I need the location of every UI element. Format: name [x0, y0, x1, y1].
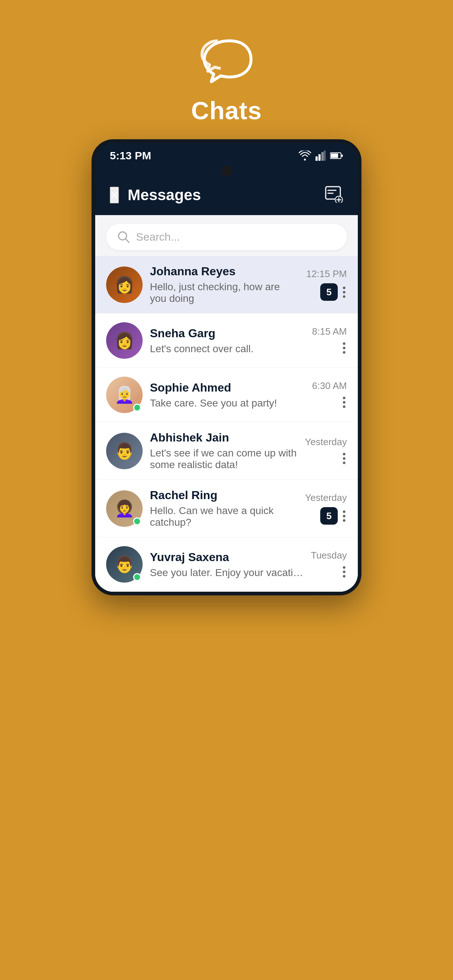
chat-name: Johanna Reyes — [150, 265, 299, 278]
chat-item[interactable]: 👩‍🦱 Rachel Ring Hello. Can we have a qui… — [95, 480, 358, 538]
more-dot — [343, 351, 345, 354]
more-dot — [343, 461, 345, 464]
chat-meta: Yesterday 5 — [305, 492, 347, 525]
nav-title: Messages — [128, 186, 201, 204]
chat-actions: 5 — [320, 507, 347, 525]
avatar-container: 👩‍🦳 — [106, 377, 143, 413]
chat-meta: 12:15 PM 5 — [306, 268, 347, 301]
wifi-icon — [299, 151, 311, 161]
more-dot — [343, 295, 345, 298]
svg-rect-0 — [316, 156, 318, 161]
chat-preview: Hello. Can we have a quick catchup? — [150, 505, 298, 528]
online-indicator — [133, 573, 141, 581]
more-dot — [343, 342, 345, 345]
avatar-container: 👩 — [106, 267, 143, 303]
avatar-container: 👨 — [106, 433, 143, 469]
svg-rect-6 — [341, 154, 343, 157]
more-button[interactable] — [341, 395, 347, 409]
search-input[interactable]: Search... — [136, 231, 336, 243]
chat-preview: Let's see if we can come up with some re… — [150, 447, 298, 471]
more-button[interactable] — [341, 565, 347, 579]
chat-actions — [341, 341, 347, 355]
status-icons — [299, 151, 343, 161]
close-button[interactable]: × — [110, 187, 119, 204]
more-dot — [343, 397, 345, 399]
chat-info: Abhishek Jain Let's see if we can come u… — [150, 431, 298, 471]
svg-rect-3 — [324, 151, 326, 161]
chat-info: Johanna Reyes Hello, just checking, how … — [150, 265, 299, 304]
svg-rect-5 — [331, 153, 338, 158]
status-bar: 5:13 PM — [95, 143, 358, 165]
chat-time: 6:30 AM — [312, 380, 347, 391]
more-dot — [343, 575, 345, 578]
chat-time: Tuesday — [311, 550, 347, 561]
online-indicator — [133, 404, 141, 412]
more-dot — [343, 406, 345, 408]
chat-actions — [341, 395, 347, 409]
chat-name: Yuvraj Saxena — [150, 550, 303, 564]
search-bar[interactable]: Search... — [106, 224, 347, 250]
chat-list: 👩 Johanna Reyes Hello, just checking, ho… — [95, 256, 358, 592]
avatar: 👩 — [106, 322, 143, 359]
more-button[interactable] — [341, 451, 347, 466]
chat-name: Abhishek Jain — [150, 431, 298, 444]
avatar-container: 👩 — [106, 322, 143, 359]
chat-meta: 6:30 AM — [312, 380, 347, 409]
compose-button[interactable] — [325, 186, 343, 204]
chat-preview: See you later. Enjoy your vacation. — [150, 567, 303, 579]
svg-rect-1 — [318, 154, 321, 161]
chat-item[interactable]: 👩 Johanna Reyes Hello, just checking, ho… — [95, 256, 358, 313]
chat-name: Rachel Ring — [150, 488, 298, 502]
more-dot — [343, 571, 345, 573]
more-dot — [343, 519, 345, 522]
app-title: Chats — [191, 96, 262, 125]
more-dot — [343, 566, 345, 569]
chat-time: 12:15 PM — [306, 268, 347, 280]
avatar: 👩 — [106, 267, 143, 303]
avatar-container: 👩‍🦱 — [106, 490, 143, 527]
more-dot — [343, 291, 345, 293]
chat-actions: 5 — [320, 283, 347, 301]
chat-item[interactable]: 👩 Sneha Garg Let's connect over call. 8:… — [95, 313, 358, 368]
avatar: 👨 — [106, 433, 143, 469]
camera-dot — [222, 165, 231, 176]
more-button[interactable] — [341, 285, 347, 299]
more-dot — [343, 401, 345, 404]
more-dot — [343, 457, 345, 460]
status-time: 5:13 PM — [110, 150, 151, 162]
more-button[interactable] — [341, 509, 347, 523]
signal-icon — [316, 151, 326, 161]
more-dot — [343, 511, 345, 513]
content-area: Search... 👩 Johanna Reyes Hello, just ch… — [95, 215, 358, 592]
chat-meta: Tuesday — [311, 550, 347, 579]
chat-time: Yesterday — [305, 492, 347, 503]
chat-meta: 8:15 AM — [312, 326, 347, 355]
chat-name: Sneha Garg — [150, 327, 305, 340]
chat-item[interactable]: 👨 Yuvraj Saxena See you later. Enjoy you… — [95, 538, 358, 592]
online-indicator — [133, 517, 141, 525]
chat-time: 8:15 AM — [312, 326, 347, 337]
more-dot — [343, 515, 345, 517]
more-button[interactable] — [341, 341, 347, 355]
chat-item[interactable]: 👨 Abhishek Jain Let's see if we can come… — [95, 422, 358, 480]
chat-info: Sneha Garg Let's connect over call. — [150, 327, 305, 355]
chat-preview: Take care. See you at party! — [150, 398, 305, 409]
chat-name: Sophie Ahmed — [150, 381, 305, 395]
search-container: Search... — [95, 215, 358, 256]
more-dot — [343, 453, 345, 455]
search-icon — [117, 231, 130, 243]
phone-mockup: 5:13 PM — [91, 139, 362, 595]
chat-preview: Hello, just checking, how are you doing — [150, 281, 299, 304]
battery-icon — [330, 152, 343, 159]
more-dot — [343, 347, 345, 349]
chat-actions — [341, 565, 347, 579]
unread-badge: 5 — [320, 283, 338, 301]
chat-item[interactable]: 👩‍🦳 Sophie Ahmed Take care. See you at p… — [95, 368, 358, 422]
chat-time: Yesterday — [305, 436, 347, 448]
svg-line-12 — [126, 239, 129, 242]
svg-rect-2 — [321, 152, 324, 161]
chat-info: Rachel Ring Hello. Can we have a quick c… — [150, 488, 298, 528]
chat-info: Yuvraj Saxena See you later. Enjoy your … — [150, 550, 303, 579]
chat-meta: Yesterday — [305, 436, 347, 466]
nav-bar: × Messages — [95, 179, 358, 215]
